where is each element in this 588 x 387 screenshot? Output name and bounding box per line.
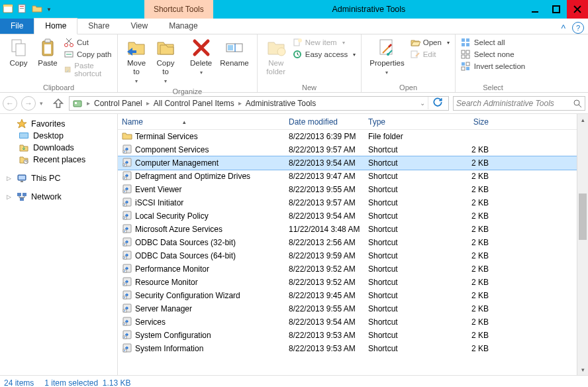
group-label: Select <box>460 83 526 92</box>
nav-this-pc[interactable]: ▷ This PC <box>0 172 117 184</box>
file-name: iSCSI Initiator <box>135 198 183 207</box>
chevron-right-icon[interactable]: ▸ <box>84 99 93 107</box>
breadcrumb[interactable]: ▸ Control Panel ▸ All Control Panel Item… <box>69 96 449 111</box>
help-button[interactable]: ? <box>572 22 584 34</box>
qat-new-folder-icon[interactable] <box>32 3 42 16</box>
table-row[interactable]: System Information8/22/2013 9:53 AMShort… <box>118 342 577 355</box>
nav-recent-places[interactable]: Recent places <box>0 154 117 166</box>
forward-button[interactable]: → <box>21 96 36 111</box>
up-button[interactable] <box>52 97 65 110</box>
quick-access-toolbar: ▼ <box>0 0 52 19</box>
move-to-button[interactable]: Move to▾ <box>122 36 151 87</box>
edit-button[interactable]: Edit <box>409 49 451 60</box>
search-input[interactable]: Search Administrative Tools <box>453 96 585 111</box>
cut-button[interactable]: Cut <box>62 37 113 48</box>
maximize-button[interactable] <box>546 0 567 19</box>
table-row[interactable]: Services8/22/2013 9:54 AMShortcut2 KB <box>118 315 577 329</box>
svg-rect-5 <box>532 11 538 13</box>
table-row[interactable]: Local Security Policy8/22/2013 9:54 AMSh… <box>118 209 577 223</box>
table-row[interactable]: Computer Management8/22/2013 9:54 AMShor… <box>118 156 577 170</box>
tab-view[interactable]: View <box>120 19 158 34</box>
table-row[interactable]: ODBC Data Sources (64-bit)8/22/2013 9:59… <box>118 249 577 262</box>
shortcut-icon <box>122 237 132 249</box>
qat-properties-icon[interactable] <box>17 3 28 16</box>
back-button[interactable]: ← <box>3 96 17 111</box>
folder-icon <box>122 131 132 143</box>
file-size: 2 KB <box>448 331 494 340</box>
table-row[interactable]: System Configuration8/22/2013 9:53 AMSho… <box>118 329 577 342</box>
table-row[interactable]: Security Configuration Wizard8/22/2013 9… <box>118 289 577 302</box>
minimize-button[interactable] <box>524 0 546 19</box>
scroll-up-icon[interactable]: ▴ <box>577 114 588 125</box>
properties-button[interactable]: Properties▾ <box>366 36 408 78</box>
close-button[interactable] <box>567 0 588 19</box>
crumb-control-panel[interactable]: Control Panel <box>93 99 144 108</box>
chevron-right-icon[interactable]: ▸ <box>144 99 152 107</box>
file-name: Performance Monitor <box>135 264 209 274</box>
nav-favorites[interactable]: Favorites <box>0 118 117 130</box>
shortcut-icon <box>122 157 132 170</box>
tab-manage[interactable]: Manage <box>158 19 208 34</box>
qat-dropdown-icon[interactable]: ▼ <box>46 7 52 13</box>
collapse-ribbon-icon[interactable]: ^ <box>554 23 572 34</box>
table-row[interactable]: Resource Monitor8/22/2013 9:52 AMShortcu… <box>118 276 577 289</box>
crumb-admin-tools[interactable]: Administrative Tools <box>244 99 318 108</box>
table-row[interactable]: Terminal Services8/22/2013 6:39 PMFile f… <box>118 130 577 143</box>
nav-downloads[interactable]: Downloads <box>0 142 117 154</box>
contextual-tab-shortcut-tools[interactable]: Shortcut Tools <box>144 0 213 19</box>
table-row[interactable]: ODBC Data Sources (32-bit)8/22/2013 2:56… <box>118 236 577 249</box>
tab-home[interactable]: Home <box>34 18 77 34</box>
delete-button[interactable]: Delete▾ <box>186 36 216 78</box>
column-size[interactable]: Size <box>448 117 494 127</box>
nav-network[interactable]: ▷ Network <box>0 191 117 203</box>
nav-desktop[interactable]: Desktop <box>0 130 117 142</box>
new-folder-button[interactable]: New folder <box>262 36 291 78</box>
ribbon-group-organize: Move to▾ Copy to▾ Delete▾ Rename Organiz… <box>118 34 258 92</box>
table-row[interactable]: iSCSI Initiator8/22/2013 9:57 AMShortcut… <box>118 196 577 209</box>
table-row[interactable]: Event Viewer8/22/2013 9:55 AMShortcut2 K… <box>118 183 577 196</box>
table-row[interactable]: Component Services8/22/2013 9:57 AMShort… <box>118 143 577 156</box>
select-all-button[interactable]: Select all <box>460 37 526 48</box>
tab-share[interactable]: Share <box>77 19 120 34</box>
column-date[interactable]: Date modified <box>289 117 368 127</box>
chevron-right-icon[interactable]: ▷ <box>7 194 13 200</box>
chevron-right-icon[interactable]: ▷ <box>7 175 13 182</box>
content-area: Favorites Desktop Downloads Recent place… <box>0 114 588 375</box>
file-size: 2 KB <box>448 158 494 168</box>
dropdown-icon[interactable]: ⌄ <box>417 99 428 107</box>
file-type: Shortcut <box>368 172 448 181</box>
select-none-button[interactable]: Select none <box>460 49 526 60</box>
refresh-button[interactable] <box>428 97 447 109</box>
file-type: Shortcut <box>368 331 448 340</box>
easy-access-button[interactable]: Easy access▾ <box>291 49 358 60</box>
table-row[interactable]: Microsoft Azure Services11/22/2014 3:48 … <box>118 223 577 236</box>
crumb-all-items[interactable]: All Control Panel Items <box>152 99 236 108</box>
tab-file[interactable]: File <box>0 19 34 34</box>
chevron-right-icon[interactable]: ▸ <box>236 99 244 107</box>
file-type: Shortcut <box>368 251 448 260</box>
file-date: 11/22/2014 3:48 AM <box>289 225 368 234</box>
shortcut-icon <box>122 223 132 236</box>
group-label: Clipboard <box>4 83 113 92</box>
copy-to-button[interactable]: Copy to▾ <box>151 36 180 87</box>
column-type[interactable]: Type <box>368 117 448 127</box>
paste-shortcut-button[interactable]: Paste shortcut <box>62 61 113 78</box>
new-item-button[interactable]: New item▾ <box>291 37 358 48</box>
svg-rect-30 <box>466 50 469 54</box>
file-name: Terminal Services <box>135 132 198 141</box>
scroll-down-icon[interactable]: ▾ <box>577 364 588 375</box>
table-row[interactable]: Server Manager8/22/2013 9:55 AMShortcut2… <box>118 302 577 315</box>
rename-button[interactable]: Rename <box>216 36 252 69</box>
copy-path-button[interactable]: Copy path <box>62 49 113 60</box>
history-dropdown-icon[interactable]: ▾ <box>40 100 48 107</box>
table-row[interactable]: Performance Monitor8/22/2013 9:52 AMShor… <box>118 262 577 276</box>
invert-selection-button[interactable]: Invert selection <box>460 61 526 72</box>
paste-button[interactable]: Paste <box>33 36 62 69</box>
svg-rect-35 <box>462 67 465 70</box>
open-button[interactable]: Open▾ <box>409 37 451 48</box>
copy-button[interactable]: Copy <box>4 36 33 69</box>
table-row[interactable]: Defragment and Optimize Drives8/22/2013 … <box>118 170 577 183</box>
vertical-scrollbar[interactable]: ▴ ▾ <box>577 114 588 375</box>
scroll-thumb[interactable] <box>579 194 587 240</box>
column-name[interactable]: Name▴ <box>118 117 289 127</box>
